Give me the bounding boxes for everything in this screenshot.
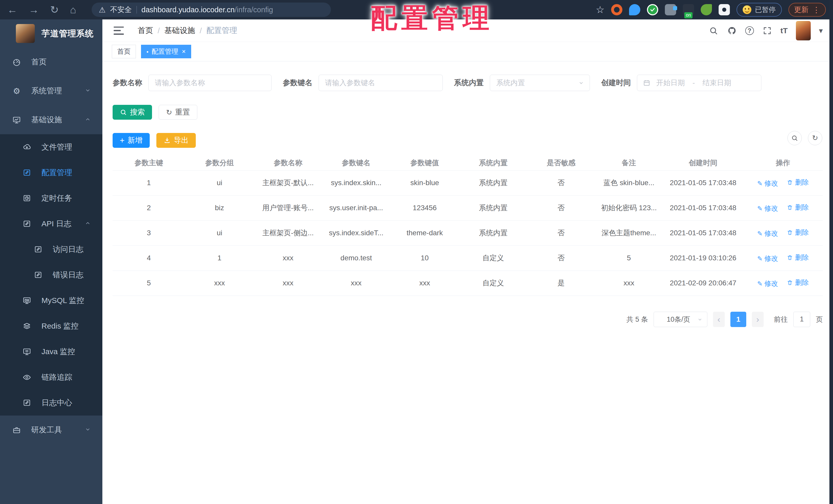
- sidebar-item-label: API 日志: [42, 219, 71, 229]
- extensions-puzzle-icon[interactable]: [719, 4, 730, 15]
- fullscreen-icon[interactable]: [762, 26, 772, 36]
- param-key-input[interactable]: [318, 75, 443, 91]
- window-scrollbar[interactable]: [829, 0, 833, 504]
- button-label: 重置: [175, 107, 190, 117]
- add-button[interactable]: + 新增: [113, 133, 150, 148]
- total-count: 共 5 条: [626, 315, 648, 324]
- cell: 初始化密码 123...: [595, 195, 663, 221]
- tag-home[interactable]: 首页: [112, 45, 136, 58]
- edit-link[interactable]: ✎修改: [757, 254, 778, 263]
- edit-link[interactable]: ✎修改: [757, 279, 778, 288]
- extension-dark-icon[interactable]: on: [683, 4, 694, 15]
- cell: 1: [185, 246, 254, 271]
- sidebar-item-config-manage[interactable]: 配置管理: [0, 160, 102, 185]
- layers-icon: [23, 322, 31, 330]
- sidebar-item-label: 文件管理: [42, 142, 72, 152]
- builtin-select[interactable]: 系统内置: [490, 75, 590, 91]
- pencil-icon: ✎: [757, 205, 763, 212]
- create-time-range-picker[interactable]: 开始日期 - 结束日期: [637, 75, 761, 91]
- browser-update-button[interactable]: 更新 ⋮: [788, 3, 826, 17]
- github-icon[interactable]: [727, 26, 737, 36]
- sidebar-item-dev-tools[interactable]: 研发工具: [0, 415, 102, 445]
- search-icon[interactable]: [708, 26, 719, 36]
- close-icon[interactable]: ×: [182, 48, 186, 55]
- delete-link[interactable]: 删除: [787, 278, 809, 287]
- edit-link[interactable]: ✎修改: [757, 204, 778, 213]
- profile-paused-pill[interactable]: 已暂停: [737, 3, 782, 17]
- goto-page-input[interactable]: [793, 312, 810, 327]
- sidebar-item-log-center[interactable]: 日志中心: [0, 390, 102, 415]
- delete-link[interactable]: 删除: [787, 178, 809, 187]
- help-icon[interactable]: ?: [745, 26, 754, 35]
- app-logo-row[interactable]: 芋道管理系统: [0, 20, 102, 48]
- sidebar-item-api-log[interactable]: API 日志: [0, 211, 102, 236]
- sidebar-item-home[interactable]: 首页: [0, 48, 102, 76]
- extension-grey-icon[interactable]: [665, 4, 676, 15]
- search-button[interactable]: 搜索: [113, 105, 152, 120]
- edit-square-icon: [23, 398, 31, 407]
- extension-check-icon[interactable]: [647, 4, 658, 15]
- param-name-input[interactable]: [148, 75, 271, 91]
- sidebar-item-file-manage[interactable]: 文件管理: [0, 134, 102, 160]
- extension-pin-icon[interactable]: [629, 4, 640, 15]
- prev-page-button[interactable]: ‹: [713, 312, 725, 327]
- hamburger-icon[interactable]: [114, 27, 124, 35]
- forward-icon[interactable]: →: [29, 4, 39, 16]
- reset-button[interactable]: ↻ 重置: [159, 105, 197, 120]
- reload-icon[interactable]: ↻: [50, 4, 59, 16]
- cell-actions: ✎修改 删除: [743, 221, 823, 246]
- browser-toolbar: ← → ↻ ⌂ ⚠ 不安全 dashboard.yudao.iocoder.cn…: [0, 0, 833, 20]
- breadcrumb-item[interactable]: 基础设施: [164, 25, 195, 36]
- cell: 主框架页-默认...: [254, 170, 322, 195]
- sidebar-item-redis-monitor[interactable]: Redis 监控: [0, 313, 102, 339]
- breadcrumb-item[interactable]: 首页: [138, 25, 153, 36]
- caret-down-icon[interactable]: ▾: [819, 26, 823, 35]
- home-icon[interactable]: ⌂: [70, 4, 76, 16]
- font-size-icon[interactable]: tT: [781, 26, 788, 35]
- menu-kebab-icon[interactable]: ⋮: [812, 5, 820, 14]
- delete-link[interactable]: 删除: [787, 228, 809, 237]
- sidebar-item-scheduled-jobs[interactable]: 定时任务: [0, 185, 102, 211]
- sidebar-item-java-monitor[interactable]: Java 监控: [0, 339, 102, 364]
- config-table: 参数主键 参数分组 参数名称 参数键名 参数键值 系统内置 是否敏感 备注 创建…: [113, 155, 823, 296]
- refresh-button[interactable]: ↻: [808, 131, 822, 145]
- cell: 2021-01-05 17:03:48: [663, 221, 743, 246]
- sidebar-item-system[interactable]: ⚙ 系统管理: [0, 76, 102, 105]
- extension-leaf-icon[interactable]: [701, 4, 712, 15]
- delete-link[interactable]: 删除: [787, 203, 809, 212]
- extension-on-badge: on: [684, 12, 692, 19]
- sidebar-item-label: 日志中心: [42, 398, 72, 408]
- update-label: 更新: [794, 5, 808, 15]
- sidebar-item-access-log[interactable]: 访问日志: [0, 236, 102, 262]
- sidebar-item-error-log[interactable]: 错误日志: [0, 262, 102, 288]
- edit-link[interactable]: ✎修改: [757, 229, 778, 238]
- extension-ring-icon[interactable]: [611, 4, 622, 15]
- sidebar-item-label: MySQL 监控: [42, 295, 84, 306]
- edit-link[interactable]: ✎修改: [757, 179, 778, 188]
- chevron-down-icon: [85, 87, 91, 95]
- cell: 系统内置: [459, 221, 527, 246]
- table-row: 5 xxx xxx xxx xxx 自定义 是 xxx 2021-02-09 2…: [113, 271, 823, 296]
- tag-config-manage[interactable]: ● 配置管理 ×: [141, 45, 191, 58]
- cell: 10: [390, 246, 459, 271]
- edit-square-icon: [23, 219, 31, 228]
- cell: 123456: [390, 195, 459, 221]
- next-page-button[interactable]: ›: [752, 312, 764, 327]
- sidebar-item-label: 链路追踪: [42, 372, 72, 382]
- address-bar[interactable]: ⚠ 不安全 dashboard.yudao.iocoder.cn/infra/c…: [92, 3, 331, 17]
- back-icon[interactable]: ←: [7, 4, 17, 16]
- page-size-select[interactable]: 10条/页: [653, 312, 707, 327]
- cell-actions: ✎修改 删除: [743, 246, 823, 271]
- sidebar-item-infra[interactable]: 基础设施: [0, 105, 102, 134]
- trash-icon: [787, 204, 793, 211]
- delete-link[interactable]: 删除: [787, 253, 809, 262]
- current-page[interactable]: 1: [730, 312, 746, 327]
- sidebar-item-tracing[interactable]: 链路追踪: [0, 364, 102, 390]
- bookmark-star-icon[interactable]: ☆: [596, 4, 604, 15]
- sidebar-item-mysql-monitor[interactable]: MySQL 监控: [0, 288, 102, 313]
- toggle-search-button[interactable]: [787, 131, 802, 145]
- export-button[interactable]: 导出: [157, 133, 196, 148]
- user-avatar[interactable]: [796, 21, 811, 41]
- cell: skin-blue: [390, 170, 459, 195]
- pencil-icon: ✎: [757, 280, 763, 287]
